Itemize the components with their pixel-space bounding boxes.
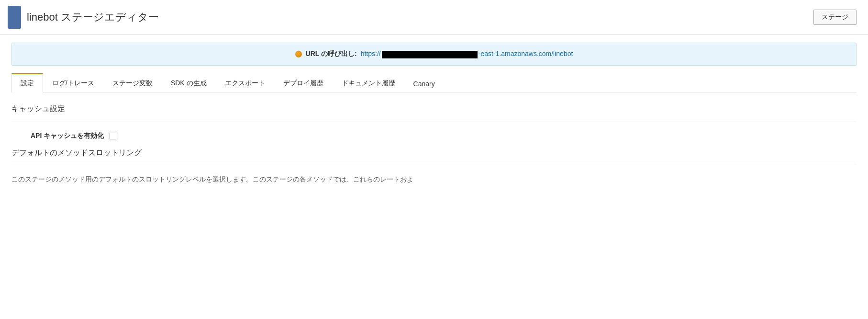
tab-log-trace[interactable]: ログ/トレース xyxy=(43,74,103,92)
cache-enable-label: API キャッシュを有効化 xyxy=(31,132,104,140)
sidebar-icon xyxy=(8,6,21,29)
tab-doc-history[interactable]: ドキュメント履歴 xyxy=(333,74,404,92)
stage-button[interactable]: ステージ xyxy=(813,10,857,25)
tab-export[interactable]: エクスポート xyxy=(216,74,274,92)
url-redacted xyxy=(382,51,478,58)
header-left: linebot ステージエディター xyxy=(8,6,159,29)
cache-divider xyxy=(11,122,857,122)
cache-enable-row: API キャッシュを有効化 xyxy=(11,132,857,140)
cache-section-title: キャッシュ設定 xyxy=(11,104,857,114)
throttling-divider xyxy=(11,164,857,164)
page-title: linebot ステージエディター xyxy=(27,10,159,24)
cache-enable-checkbox[interactable] xyxy=(110,133,116,139)
url-banner-content: URL の呼び出し: https://-east-1.amazonaws.com… xyxy=(23,50,845,58)
tab-stage-vars[interactable]: ステージ変数 xyxy=(103,74,162,92)
url-suffix: -east-1.amazonaws.com/linebot xyxy=(479,50,573,57)
tab-canary[interactable]: Canary xyxy=(404,75,444,92)
tab-settings[interactable]: 設定 xyxy=(11,73,43,92)
tab-sdk[interactable]: SDK の生成 xyxy=(162,74,216,92)
tabs-container: 設定 ログ/トレース ステージ変数 SDK の生成 エクスポート デプロイ履歴 … xyxy=(11,73,857,92)
page-header: linebot ステージエディター ステージ xyxy=(0,0,868,35)
throttling-description: このステージのメソッド用のデフォルトのスロットリングレベルを選択します。このステ… xyxy=(11,174,857,184)
tab-deploy-history[interactable]: デプロイ履歴 xyxy=(274,74,333,92)
throttling-section-title: デフォルトのメソッドスロットリング xyxy=(11,148,857,158)
main-content: キャッシュ設定 API キャッシュを有効化 デフォルトのメソッドスロットリング … xyxy=(0,92,868,196)
url-prefix: https:// xyxy=(361,50,381,57)
url-label: URL の呼び出し: xyxy=(306,50,357,58)
url-banner: URL の呼び出し: https://-east-1.amazonaws.com… xyxy=(11,43,857,66)
status-dot xyxy=(295,51,302,57)
invoke-url[interactable]: https://-east-1.amazonaws.com/linebot xyxy=(361,50,573,58)
